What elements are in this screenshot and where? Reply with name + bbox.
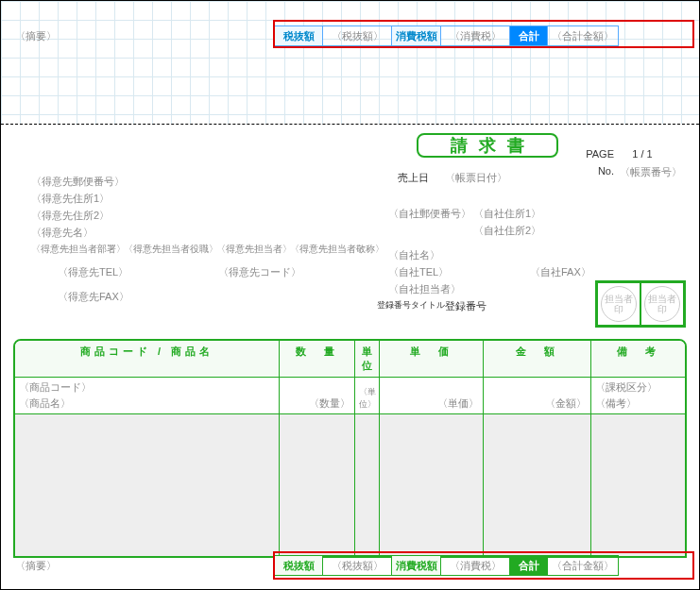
td-note2: 〈備考〉	[595, 396, 681, 411]
top-shouhizei-value: 〈消費税〉	[441, 25, 510, 46]
th-price: 単 価	[380, 341, 484, 377]
top-goukei-label: 合計	[510, 25, 548, 46]
uriage-label: 売上日	[398, 171, 429, 185]
tokuisaki-yakushoku: 〈得意先担当者役職〉	[124, 243, 218, 256]
th-unit: 単位	[355, 341, 380, 377]
tokuisaki-addr1: 〈得意先住所1〉	[31, 192, 110, 206]
td-code1: 〈商品コード〉	[19, 380, 275, 395]
touroku-title: 登録番号タイトル	[377, 299, 445, 312]
td-price: 〈単価〉	[380, 378, 484, 413]
tokuisaki-yuubin: 〈得意先郵便番号〉	[31, 175, 125, 189]
tokuisaki-busho: 〈得意先担当者部署〉	[31, 243, 126, 256]
td-note1: 〈課税区分〉	[595, 380, 681, 395]
bottom-goukei-label: 合計	[510, 555, 548, 576]
main-table: 商品コード / 商品名 数 量 単位 単 価 金 額 備 考 〈商品コード〉 〈…	[13, 339, 687, 558]
th-code: 商品コード / 商品名	[15, 341, 280, 377]
seal-circle-1: 担当者印	[601, 286, 637, 322]
table-empty-rows	[15, 414, 685, 556]
tokuisaki-fax: 〈得意先FAX〉	[58, 290, 129, 304]
top-zeinuki-label: 税抜額	[274, 25, 323, 46]
top-shouhizei-label: 消費税額	[392, 25, 441, 46]
tokuisaki-tantousha: 〈得意先担当者〉	[216, 243, 292, 256]
jisha-tantousha: 〈自社担当者〉	[388, 282, 461, 296]
jisha-fax: 〈自社FAX〉	[530, 265, 591, 279]
jisha-mei: 〈自社名〉	[388, 248, 440, 262]
td-note: 〈課税区分〉 〈備考〉	[591, 378, 685, 413]
bottom-zeinuki-label: 税抜額	[274, 555, 323, 576]
top-zeinuki-value: 〈税抜額〉	[323, 25, 392, 46]
seal-box-1: 担当者印	[597, 282, 640, 326]
bottom-zeinuki-value: 〈税抜額〉	[323, 555, 392, 576]
tokuisaki-addr2: 〈得意先住所2〉	[31, 209, 110, 223]
td-unit: 〈単位〉	[355, 378, 380, 413]
bottom-goukei-value: 〈合計金額〉	[548, 555, 619, 576]
bottom-summary-left-label: 〈摘要〉	[13, 555, 274, 576]
top-goukei-value: 〈合計金額〉	[548, 25, 619, 46]
seal-circle-2: 担当者印	[644, 286, 680, 322]
top-summary-left-label: 〈摘要〉	[13, 25, 274, 46]
jisha-addr1: 〈自社住所1〉	[473, 207, 541, 221]
seal-box-2: 担当者印	[640, 282, 684, 326]
uriage-value: 〈帳票日付〉	[445, 171, 507, 185]
tokuisaki-tel: 〈得意先TEL〉	[58, 265, 128, 279]
table-row: 〈商品コード〉 〈商品名〉 〈数量〉 〈単位〉 〈単価〉 〈金額〉 〈課税区分〉…	[15, 378, 685, 414]
jisha-addr2: 〈自社住所2〉	[473, 224, 541, 238]
th-note: 備 考	[591, 341, 685, 377]
bottom-shouhizei-value: 〈消費税〉	[441, 555, 510, 576]
bottom-summary-row: 〈摘要〉 税抜額 〈税抜額〉 消費税額 〈消費税〉 合計 〈合計金額〉	[13, 555, 687, 576]
bottom-shouhizei-label: 消費税額	[392, 555, 441, 576]
tokuisaki-keishou: 〈得意先担当者敬称〉	[290, 243, 384, 256]
jisha-tel: 〈自社TEL〉	[388, 265, 449, 279]
section-separator	[1, 124, 699, 125]
td-amount: 〈金額〉	[484, 378, 591, 413]
th-amount: 金 額	[484, 341, 591, 377]
tokuisaki-code: 〈得意先コード〉	[218, 265, 301, 279]
jisha-yuubin: 〈自社郵便番号〉	[388, 207, 471, 221]
td-code: 〈商品コード〉 〈商品名〉	[15, 378, 280, 413]
tokuisaki-mei: 〈得意先名〉	[31, 226, 94, 240]
seal-container: 担当者印 担当者印	[595, 280, 686, 328]
top-summary-cells: 税抜額 〈税抜額〉 消費税額 〈消費税〉 合計 〈合計金額〉	[274, 25, 687, 46]
table-header-row: 商品コード / 商品名 数 量 単位 単 価 金 額 備 考	[15, 341, 685, 378]
touroku-value: 登録番号	[445, 299, 487, 313]
grid-background	[1, 1, 699, 124]
th-qty: 数 量	[280, 341, 355, 377]
td-code2: 〈商品名〉	[19, 396, 275, 411]
td-qty: 〈数量〉	[280, 378, 355, 413]
top-summary-row: 〈摘要〉 税抜額 〈税抜額〉 消費税額 〈消費税〉 合計 〈合計金額〉	[13, 25, 687, 46]
